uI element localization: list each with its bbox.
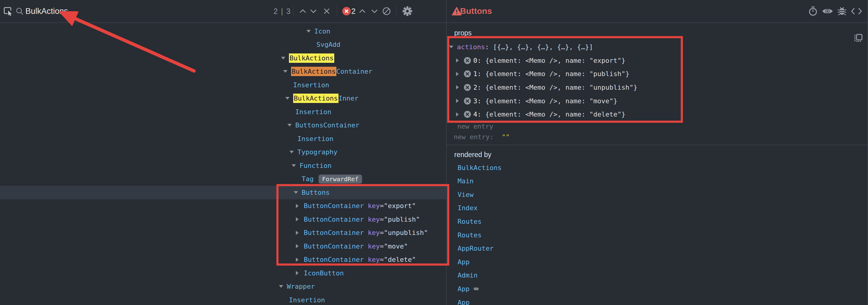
- component-name: ButtonContainer: [304, 229, 364, 236]
- tree-row-bulkactions[interactable]: BulkActions: [0, 51, 446, 65]
- expand-caret-icon[interactable]: [296, 217, 304, 222]
- collapse-caret-icon[interactable]: [294, 191, 302, 194]
- tree-row-buttoncontainer-unpublish[interactable]: ButtonContainer key="unpublish": [0, 226, 446, 240]
- delete-entry-button[interactable]: [464, 84, 471, 91]
- clear-search-button[interactable]: [323, 8, 331, 14]
- new-entry-value[interactable]: "": [502, 133, 510, 141]
- previous-result-button[interactable]: [299, 9, 307, 13]
- entry-index: 4: [473, 110, 482, 118]
- tree-row-buttoncontainer-move[interactable]: ButtonContainer key="move": [0, 239, 446, 253]
- rendered-by-item-view[interactable]: View: [458, 190, 473, 199]
- copy-square-icon: [854, 34, 863, 42]
- expand-caret-icon[interactable]: [296, 231, 304, 235]
- expand-caret-icon[interactable]: [296, 271, 304, 275]
- component-name: Insertion: [293, 81, 329, 89]
- debug-button[interactable]: [836, 6, 848, 16]
- tree-row-function[interactable]: Function: [0, 159, 446, 172]
- expand-caret-icon[interactable]: [296, 258, 304, 262]
- rendered-by-item-main[interactable]: Main: [458, 177, 473, 186]
- delete-entry-button[interactable]: [464, 98, 471, 104]
- prop-entry-row-1[interactable]: 1 {element: <Memo />, name: "publish"}: [456, 69, 629, 79]
- rendered-by-item-app[interactable]: App: [458, 298, 470, 305]
- prop-entry-row-2[interactable]: 2 {element: <Memo />, name: "unpublish"}: [456, 82, 638, 92]
- panel-divider[interactable]: [446, 0, 447, 305]
- tree-row-insertion[interactable]: Insertion: [0, 293, 446, 305]
- tree-row-insertion[interactable]: Insertion: [0, 132, 446, 145]
- expand-caret-icon[interactable]: [456, 99, 462, 103]
- equals-sign: =: [380, 215, 384, 223]
- rendered-by-item-index[interactable]: Index: [458, 204, 477, 213]
- collapse-caret-icon[interactable]: [289, 151, 298, 154]
- view-source-button[interactable]: [850, 7, 863, 15]
- tree-row-buttonscontainer[interactable]: ButtonsContainer: [0, 119, 446, 132]
- components-toolbar: BulkActions 2 | 3 2: [0, 0, 446, 23]
- expand-caret-icon[interactable]: [456, 112, 462, 116]
- delete-entry-button[interactable]: [464, 111, 471, 118]
- previous-error-button[interactable]: [359, 9, 366, 13]
- rendered-by-item-routes[interactable]: Routes: [458, 217, 482, 226]
- prop-row-actions[interactable]: actions [{…}, {…}, {…}, {…}, {…}]: [449, 42, 593, 52]
- delete-entry-button[interactable]: [464, 70, 471, 77]
- rendered-by-item-approuter[interactable]: AppRouter: [458, 244, 494, 253]
- tree-row-iconbutton[interactable]: IconButton: [0, 266, 446, 280]
- tree-row-icon[interactable]: Icon: [0, 25, 446, 38]
- key-attribute-value: "delete": [384, 256, 416, 263]
- component-name: Insertion: [298, 135, 333, 142]
- search-results-count: 2 | 3: [274, 7, 291, 16]
- expand-caret-icon[interactable]: [456, 58, 462, 63]
- tree-row-wrapper[interactable]: Wrapper: [0, 280, 446, 294]
- entry-index: 2: [473, 83, 482, 91]
- expand-caret-icon[interactable]: [456, 85, 462, 90]
- next-result-button[interactable]: [309, 9, 317, 13]
- collapse-caret-icon[interactable]: [283, 70, 291, 73]
- clear-errors-button[interactable]: [382, 7, 391, 15]
- expand-caret-icon[interactable]: [296, 244, 304, 248]
- tree-row-buttoncontainer-publish[interactable]: ButtonContainer key="publish": [0, 213, 446, 226]
- expand-caret-icon[interactable]: [456, 72, 462, 76]
- new-entry-inner-row[interactable]: new entry: [457, 122, 493, 131]
- rendered-by-item-app[interactable]: App: [458, 257, 470, 266]
- suspend-timer-button[interactable]: [807, 6, 819, 16]
- tree-row-tag[interactable]: TagForwardRef: [0, 172, 446, 186]
- tree-row-bulkactions[interactable]: BulkActionsContainer: [0, 65, 446, 78]
- copy-props-button[interactable]: [854, 33, 863, 43]
- settings-button[interactable]: [402, 6, 413, 16]
- rendered-by-item-app[interactable]: App: [458, 284, 479, 293]
- tree-row-insertion[interactable]: Insertion: [0, 105, 446, 119]
- component-name: BulkActions: [293, 94, 339, 103]
- inspect-element-button[interactable]: [3, 6, 13, 16]
- next-error-button[interactable]: [371, 9, 378, 13]
- search-input[interactable]: BulkActions: [25, 7, 68, 16]
- collapse-caret-icon[interactable]: [281, 57, 289, 60]
- rendered-by-item-bulkactions[interactable]: BulkActions: [458, 163, 502, 172]
- toolbar-divider: [337, 5, 337, 18]
- component-name: ButtonsContainer: [295, 122, 359, 129]
- key-attribute-name: key: [368, 202, 380, 210]
- tree-row-insertion[interactable]: Insertion: [0, 78, 446, 92]
- delete-entry-button[interactable]: [464, 57, 471, 64]
- prop-preview-value: [{…}, {…}, {…}, {…}, {…}]: [493, 43, 593, 51]
- rendered-by-item-routes[interactable]: Routes: [458, 230, 482, 239]
- expand-caret-icon[interactable]: [449, 45, 457, 48]
- tree-row-typography[interactable]: Typography: [0, 145, 446, 159]
- props-section-label: props: [454, 29, 472, 37]
- tree-row-svgadd[interactable]: SvgAdd: [0, 38, 446, 52]
- tree-row-buttoncontainer-export[interactable]: ButtonContainer key="export": [0, 199, 446, 213]
- collapse-caret-icon[interactable]: [287, 124, 295, 127]
- key-attribute-name: key: [368, 229, 380, 236]
- tree-row-buttons[interactable]: Buttons: [0, 186, 446, 199]
- collapse-caret-icon[interactable]: [279, 285, 287, 288]
- collapse-caret-icon[interactable]: [292, 164, 300, 167]
- prop-entry-row-3[interactable]: 3 {element: <Memo />, name: "move"}: [456, 96, 617, 106]
- expand-caret-icon[interactable]: [296, 204, 304, 208]
- inspect-dom-button[interactable]: [822, 7, 834, 15]
- tree-row-bulkactions[interactable]: BulkActionsInner: [0, 92, 446, 105]
- collapse-caret-icon[interactable]: [306, 30, 314, 33]
- tree-row-buttoncontainer-delete[interactable]: ButtonContainer key="delete": [0, 253, 446, 267]
- rendered-by-item-admin[interactable]: Admin: [458, 271, 477, 280]
- new-entry-row[interactable]: new entry: "": [454, 132, 509, 142]
- prop-entry-row-0[interactable]: 0 {element: <Memo />, name: "export"}: [456, 56, 625, 65]
- entry-preview: {element: <Memo />, name: "move"}: [485, 97, 617, 105]
- prop-entry-row-4[interactable]: 4 {element: <Memo />, name: "delete"}: [456, 110, 625, 119]
- collapse-caret-icon[interactable]: [285, 97, 293, 100]
